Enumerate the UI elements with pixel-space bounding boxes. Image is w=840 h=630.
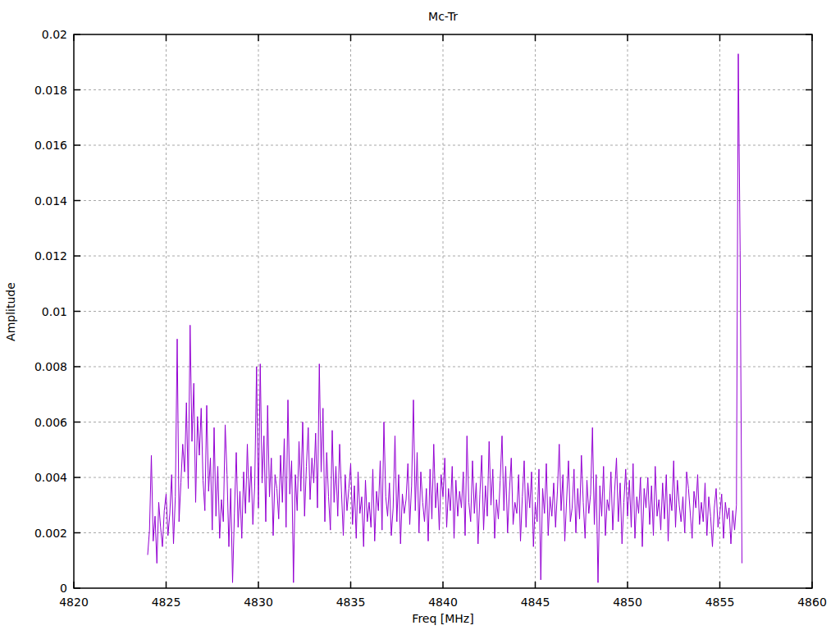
y-tick-label: 0.006 — [34, 416, 67, 429]
y-tick-label: 0.012 — [34, 249, 67, 262]
x-tick-label: 4835 — [336, 596, 366, 609]
y-tick-labels: 00.0020.0040.0060.0080.010.0120.0140.016… — [34, 28, 67, 595]
x-axis-label: Freq [MHz] — [74, 612, 812, 625]
x-tick-label: 4850 — [613, 596, 642, 609]
gnuplot-canvas: Mc-Tr Amplitude Freq [MHz] 4820482548304… — [0, 0, 840, 630]
y-tick-label: 0.016 — [34, 139, 67, 152]
y-tick-label: 0.01 — [42, 305, 67, 318]
x-tick-label: 4820 — [59, 596, 89, 609]
x-tick-label: 4830 — [244, 596, 273, 609]
x-tick-label: 4845 — [521, 596, 550, 609]
y-tick-label: 0.014 — [34, 194, 67, 208]
y-tick-label: 0.004 — [34, 471, 67, 484]
spectrum-plot: 48204825483048354840484548504855486000.0… — [0, 0, 840, 630]
y-tick-label: 0.002 — [34, 527, 67, 540]
x-tick-label: 4825 — [152, 596, 181, 609]
x-tick-label: 4855 — [705, 596, 735, 609]
chart-title: Mc-Tr — [74, 10, 812, 23]
y-tick-label: 0.02 — [42, 28, 67, 41]
x-tick-label: 4840 — [428, 596, 458, 609]
x-tick-label: 4860 — [797, 596, 827, 609]
y-axis-label: Amplitude — [4, 282, 17, 341]
x-tick-labels: 482048254830483548404845485048554860 — [59, 596, 827, 609]
data-series-path — [148, 54, 742, 583]
y-tick-label: 0.018 — [34, 84, 67, 97]
y-tick-label: 0 — [60, 582, 67, 595]
y-tick-label: 0.008 — [34, 360, 67, 373]
